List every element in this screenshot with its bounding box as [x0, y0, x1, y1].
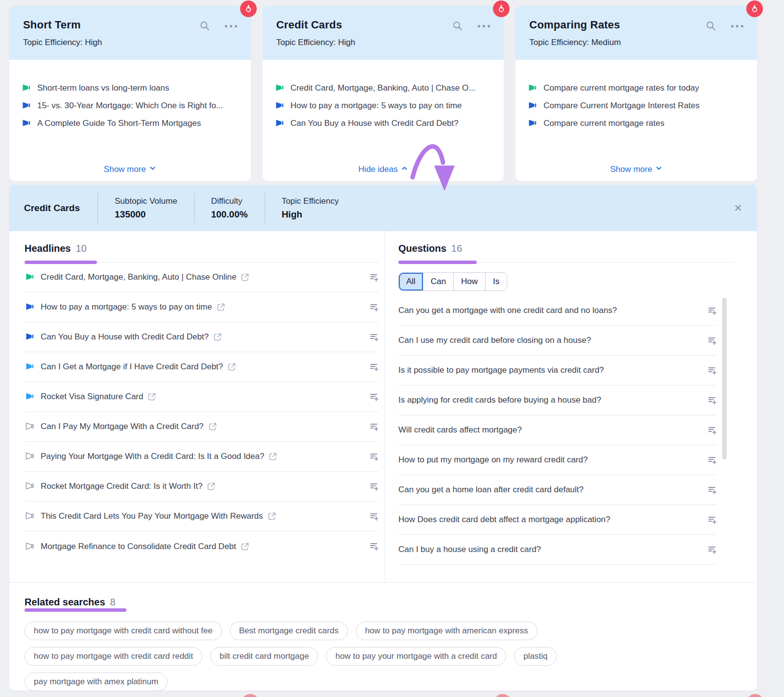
search-icon[interactable]	[199, 21, 210, 31]
add-to-list-icon[interactable]	[369, 273, 379, 282]
questions-filter-tab[interactable]: Is	[485, 273, 507, 290]
question-row: Is it possible to pay mortgage payments …	[398, 356, 717, 385]
card-header: Comparing Rates Topic Efficiency: Medium	[515, 6, 757, 60]
questions-filter-tab[interactable]: Can	[423, 273, 453, 290]
headline-row: Can I Pay My Mortgage With a Credit Card…	[24, 412, 379, 442]
idea-row: Short-term loans vs long-term loans	[21, 83, 239, 93]
card-footer-link[interactable]: Show more	[515, 165, 757, 174]
question-row: Is applying for credit cards before buyi…	[398, 385, 717, 415]
headline-row: This Credit Card Lets You Pay Your Mortg…	[24, 502, 379, 531]
questions-filter-tab[interactable]: All	[399, 273, 423, 290]
megaphone-icon	[527, 101, 537, 111]
headline-text: How to pay a mortgage: 5 ways to pay on …	[41, 302, 212, 312]
more-options-icon[interactable]	[478, 25, 490, 27]
stat-label: Difficulty	[211, 196, 248, 206]
external-link-icon[interactable]	[227, 362, 236, 371]
add-to-list-icon[interactable]	[708, 366, 717, 375]
add-to-list-icon[interactable]	[708, 426, 717, 435]
external-link-icon[interactable]	[241, 542, 249, 551]
purple-underline	[398, 261, 477, 264]
search-icon[interactable]	[706, 21, 716, 31]
external-link-icon[interactable]	[269, 452, 277, 461]
add-to-list-icon[interactable]	[708, 485, 717, 495]
chevron-icon	[149, 165, 156, 174]
related-search-chip[interactable]: how to pay mortgage with american expres…	[356, 622, 538, 640]
more-options-icon[interactable]	[731, 25, 743, 27]
megaphone-icon	[21, 119, 31, 128]
headlines-list: Credit Card, Mortgage, Banking, Auto | C…	[24, 263, 379, 561]
headlines-section-header: Headlines 10	[24, 231, 379, 263]
related-search-chip[interactable]: pay mortgage with amex platinum	[24, 673, 168, 691]
external-link-icon[interactable]	[147, 392, 156, 401]
add-to-list-icon[interactable]	[369, 512, 379, 521]
detail-body: Headlines 10 Credit Card, Mortgage, Bank…	[9, 231, 757, 583]
headlines-title: Headlines	[24, 243, 71, 254]
external-link-icon[interactable]	[217, 303, 225, 312]
external-link-icon[interactable]	[268, 512, 276, 521]
megaphone-icon	[24, 511, 34, 521]
external-link-icon[interactable]	[207, 482, 216, 491]
card-footer-link[interactable]: Show more	[9, 165, 251, 174]
headline-text: Credit Card, Mortgage, Banking, Auto | C…	[41, 272, 236, 282]
related-search-chip[interactable]: how to pay mortgage with credit card red…	[24, 647, 202, 666]
add-to-list-icon[interactable]	[708, 336, 717, 345]
questions-filter-tab[interactable]: How	[453, 273, 485, 290]
question-text: Can you get a mortgage with one credit c…	[398, 306, 617, 315]
related-search-chip[interactable]: how to pay your mortgage with a credit c…	[326, 647, 506, 666]
related-search-chip[interactable]: plastiq	[514, 647, 557, 666]
card-header: Short Term Topic Efficiency: High	[9, 6, 251, 60]
external-link-icon[interactable]	[241, 273, 249, 282]
headline-text: Mortgage Refinance to Consolidate Credit…	[41, 542, 236, 552]
related-search-chip[interactable]: how to pay mortgage with credit card wit…	[24, 622, 222, 640]
add-to-list-icon[interactable]	[708, 456, 717, 465]
question-row: Can I buy a house using a credit card?	[398, 535, 717, 565]
related-search-chip[interactable]: bilt credit card mortgage	[210, 647, 318, 666]
add-to-list-icon[interactable]	[369, 303, 379, 312]
questions-filter-tabs: AllCanHowIs	[398, 272, 507, 291]
add-to-list-icon[interactable]	[369, 362, 379, 372]
related-section-header: Related searches 8	[24, 585, 742, 613]
card-footer-link[interactable]: Hide ideas	[263, 165, 504, 174]
headline-row: Rocket Visa Signature Card	[24, 382, 379, 412]
megaphone-icon	[24, 392, 34, 402]
questions-title: Questions	[398, 243, 446, 254]
idea-row: Compare Current Mortgage Interest Rates	[527, 101, 745, 111]
add-to-list-icon[interactable]	[708, 396, 717, 405]
questions-scrollbar[interactable]	[722, 298, 727, 459]
megaphone-icon	[527, 119, 537, 128]
add-to-list-icon[interactable]	[369, 482, 379, 491]
questions-column: Questions 16 AllCanHowIs Can you get a m…	[385, 231, 734, 582]
topic-efficiency-value: High	[85, 38, 102, 47]
stat-label: Topic Efficiency	[282, 196, 339, 206]
headline-row: Can You Buy a House with Credit Card Deb…	[24, 322, 379, 352]
more-options-icon[interactable]	[225, 25, 237, 27]
question-text: Can I buy a house using a credit card?	[398, 545, 541, 554]
add-to-list-icon[interactable]	[369, 333, 379, 342]
add-to-list-icon[interactable]	[369, 392, 379, 402]
add-to-list-icon[interactable]	[708, 545, 717, 554]
search-icon[interactable]	[452, 21, 463, 31]
headline-row: Can I Get a Mortgage if I Have Credit Ca…	[24, 352, 379, 382]
card-header: Credit Cards Topic Efficiency: High	[263, 6, 504, 60]
purple-underline	[24, 608, 126, 612]
headline-row: Paying Your Mortgage With a Credit Card:…	[24, 442, 379, 472]
close-icon[interactable]: ✕	[734, 203, 742, 213]
megaphone-icon	[24, 332, 34, 342]
add-to-list-icon[interactable]	[708, 515, 717, 525]
card-ideas: Credit Card, Mortgage, Banking, Auto | C…	[263, 60, 504, 128]
chevron-icon	[655, 165, 662, 174]
question-text: Is applying for credit cards before buyi…	[398, 395, 601, 405]
questions-count: 16	[451, 243, 462, 254]
related-title: Related searches	[24, 597, 105, 608]
external-link-icon[interactable]	[208, 422, 217, 431]
headline-row: Rocket Mortgage Credit Card: Is it Worth…	[24, 472, 379, 502]
fire-badge-icon	[493, 0, 510, 17]
megaphone-icon	[527, 83, 537, 93]
related-search-chip[interactable]: Best mortgage credit cards	[230, 622, 348, 640]
add-to-list-icon[interactable]	[708, 306, 717, 315]
add-to-list-icon[interactable]	[369, 542, 379, 551]
external-link-icon[interactable]	[213, 333, 222, 341]
add-to-list-icon[interactable]	[369, 452, 379, 461]
add-to-list-icon[interactable]	[369, 422, 379, 432]
headline-text: Can You Buy a House with Credit Card Deb…	[41, 332, 209, 342]
